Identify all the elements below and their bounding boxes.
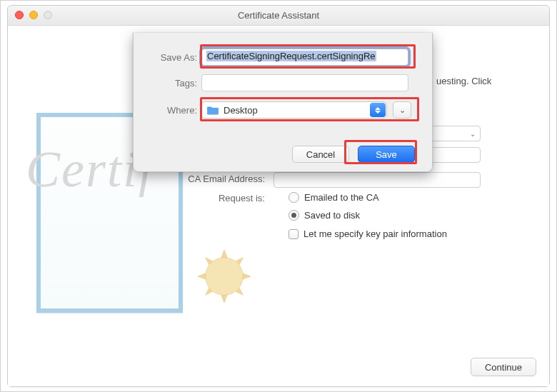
traffic-lights	[15, 11, 52, 19]
tags-input[interactable]	[201, 74, 408, 91]
save-as-value: CertificateSigningRequest.certSigningRe	[206, 51, 376, 61]
radio-saved-row[interactable]: Saved to disk	[288, 210, 360, 221]
save-sheet: Save As: CertificateSigningRequest.certS…	[133, 33, 433, 172]
checkbox-keypair-label: Let me specify key pair information	[303, 228, 447, 239]
titlebar: Certificate Assistant	[8, 6, 549, 26]
radio-saved-label: Saved to disk	[304, 210, 360, 221]
app-frame: Certificate Assistant Certif	[0, 0, 557, 392]
where-label: Where:	[134, 105, 201, 116]
content-area: Certif	[8, 26, 549, 386]
window-title: Certificate Assistant	[238, 10, 319, 21]
tags-label: Tags:	[134, 78, 201, 89]
chevron-down-icon: ⌄	[470, 130, 476, 138]
checkbox-keypair[interactable]	[288, 229, 298, 239]
save-as-label: Save As:	[134, 52, 201, 63]
zoom-icon	[44, 11, 52, 19]
window: Certificate Assistant Certif	[7, 5, 550, 387]
folder-icon	[206, 105, 219, 115]
save-button[interactable]: Save	[358, 146, 415, 163]
chevron-down-icon: ⌄	[399, 106, 406, 115]
ca-email-field[interactable]	[274, 172, 481, 188]
sheet-button-row: Cancel Save	[292, 146, 415, 163]
continue-label: Continue	[485, 362, 522, 373]
cancel-label: Cancel	[306, 149, 335, 160]
where-popup[interactable]: Desktop	[201, 101, 387, 119]
checkbox-keypair-row[interactable]: Let me specify key pair information	[288, 228, 447, 239]
save-as-input[interactable]: CertificateSigningRequest.certSigningRe	[201, 49, 408, 66]
svg-point-0	[206, 258, 243, 295]
radio-emailed-label: Emailed to the CA	[304, 192, 379, 203]
ca-email-label: CA Email Address:	[8, 174, 265, 184]
seal-icon	[195, 247, 254, 306]
where-stepper-icon[interactable]	[370, 103, 386, 117]
info-text-fragment: uesting. Click	[436, 76, 491, 86]
radio-emailed[interactable]	[288, 192, 299, 203]
minimize-icon[interactable]	[29, 11, 38, 19]
cancel-button[interactable]: Cancel	[292, 146, 349, 163]
save-label: Save	[376, 149, 397, 160]
radio-emailed-row[interactable]: Emailed to the CA	[288, 192, 379, 203]
continue-button[interactable]: Continue	[471, 358, 536, 376]
close-icon[interactable]	[15, 11, 24, 19]
expand-browser-button[interactable]: ⌄	[393, 101, 411, 119]
radio-saved[interactable]	[288, 210, 299, 221]
where-value: Desktop	[224, 105, 258, 116]
request-is-label: Request is:	[8, 193, 265, 203]
